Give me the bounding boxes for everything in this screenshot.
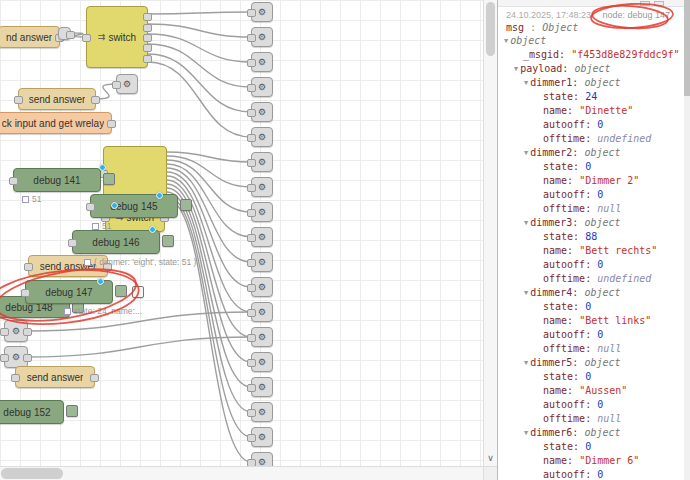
link-node[interactable]: ⚙	[251, 427, 273, 447]
input-port[interactable]	[247, 234, 256, 242]
input-port[interactable]	[247, 259, 256, 267]
input-port[interactable]	[247, 159, 256, 167]
input-port[interactable]	[247, 284, 256, 292]
message-summary[interactable]: msg : Object	[498, 20, 684, 33]
sidebar-scrollbar-thumb[interactable]	[684, 0, 690, 96]
link-node[interactable]: ⚙	[251, 2, 273, 22]
output-port[interactable]	[23, 328, 32, 336]
output-port[interactable]	[143, 44, 152, 52]
link-node[interactable]: ⚙	[251, 52, 273, 72]
node-switch-top[interactable]: ⇉switch	[86, 6, 148, 68]
link-node[interactable]: ⚙	[251, 327, 273, 347]
link-node[interactable]: ⚙	[251, 102, 273, 122]
node-send-answer-1[interactable]: send answer	[18, 88, 96, 110]
node-send-answer-3[interactable]: send answer	[15, 366, 95, 388]
node-link-mid[interactable]: ⚙	[116, 74, 138, 94]
link-node[interactable]: ⚙	[251, 352, 273, 372]
input-port[interactable]	[247, 109, 256, 117]
link-node[interactable]: ⚙	[251, 277, 273, 297]
input-port[interactable]	[112, 81, 121, 89]
output-port[interactable]	[91, 96, 100, 104]
input-port[interactable]	[247, 334, 256, 342]
link-node[interactable]: ⚙	[251, 202, 273, 222]
node-func-wrelay[interactable]: ck input and get wrelay	[0, 112, 112, 134]
input-port[interactable]	[247, 434, 256, 442]
node-debug-145[interactable]: debug 145	[90, 194, 178, 218]
link-node[interactable]: ⚙	[251, 127, 273, 147]
input-port[interactable]	[0, 354, 9, 362]
node-link-left-2[interactable]: ⚙	[4, 346, 28, 368]
link-node[interactable]: ⚙	[251, 177, 273, 197]
input-port[interactable]	[247, 459, 256, 466]
link-node[interactable]: ⚙	[251, 227, 273, 247]
link-node[interactable]: ⚙	[251, 302, 273, 322]
input-port[interactable]	[14, 96, 23, 104]
output-port[interactable]	[143, 13, 152, 21]
link-node[interactable]: ⚙	[251, 152, 273, 172]
flow-canvas[interactable]: nd answer⇉switchsend answerck input and …	[0, 0, 483, 466]
output-port[interactable]	[143, 34, 152, 42]
debug-toggle-button[interactable]	[180, 199, 192, 211]
vertical-scrollbar[interactable]: ∨	[483, 0, 497, 466]
sidebar-toolbar-button[interactable]	[640, 1, 650, 6]
input-port[interactable]	[247, 134, 256, 142]
tree-caret-icon[interactable]: ▼	[524, 356, 528, 370]
input-port[interactable]	[247, 34, 256, 42]
scroll-down-button[interactable]: ∨	[484, 452, 497, 466]
node-answer-partial[interactable]: nd answer	[0, 26, 60, 48]
input-port[interactable]	[24, 263, 33, 271]
input-port[interactable]	[82, 34, 91, 42]
tree-caret-icon[interactable]: ▼	[524, 146, 528, 160]
input-port[interactable]	[0, 328, 9, 336]
link-node[interactable]: ⚙	[251, 77, 273, 97]
input-port[interactable]	[247, 309, 256, 317]
horizontal-scrollbar[interactable]	[0, 466, 483, 480]
output-port[interactable]	[143, 55, 152, 63]
node-debug-152[interactable]: debug 152	[0, 400, 64, 424]
tree-caret-icon[interactable]: ▼	[524, 76, 528, 90]
input-port[interactable]	[247, 9, 256, 17]
link-node[interactable]: ⚙	[251, 252, 273, 272]
link-node[interactable]: ⚙	[251, 452, 273, 466]
debug-message: 24.10.2025, 17:48:23 node: debug 147 msg…	[498, 7, 684, 480]
input-port[interactable]	[86, 203, 95, 211]
output-port[interactable]	[107, 120, 116, 128]
link-node[interactable]: ⚙	[251, 402, 273, 422]
tree-caret-icon[interactable]: ▼	[524, 216, 528, 230]
debug-source-node[interactable]: node: debug 147	[602, 10, 670, 20]
horizontal-scrollbar-thumb[interactable]	[1, 468, 63, 479]
link-node[interactable]: ⚙	[251, 27, 273, 47]
input-port[interactable]	[9, 177, 18, 185]
input-port[interactable]	[247, 184, 256, 192]
input-port[interactable]	[68, 239, 77, 247]
output-port[interactable]	[23, 354, 32, 362]
debug-toggle-button[interactable]	[162, 235, 174, 247]
tree-caret-icon[interactable]: ▼	[524, 286, 528, 300]
node-debug-141[interactable]: debug 141	[13, 168, 101, 192]
input-port[interactable]	[21, 289, 30, 297]
input-port[interactable]	[247, 84, 256, 92]
input-port[interactable]	[11, 374, 20, 382]
node-junction[interactable]	[58, 27, 71, 40]
input-port[interactable]	[247, 59, 256, 67]
node-debug-146[interactable]: debug 146	[72, 230, 160, 254]
debug-toggle-button[interactable]	[103, 173, 115, 185]
input-port[interactable]	[247, 359, 256, 367]
tree-caret-icon[interactable]: ▼	[504, 34, 508, 48]
tree-caret-icon[interactable]: ▼	[514, 62, 518, 76]
output-port[interactable]	[66, 31, 75, 39]
node-link-left-1[interactable]: ⚙	[4, 320, 28, 342]
output-port[interactable]	[90, 374, 99, 382]
input-port[interactable]	[247, 384, 256, 392]
gear-icon: ⚙	[258, 158, 266, 167]
debug-toggle-button[interactable]	[66, 405, 78, 417]
input-port[interactable]	[247, 409, 256, 417]
vertical-scrollbar-thumb[interactable]	[486, 2, 495, 56]
debug-toggle-button[interactable]	[115, 285, 127, 297]
input-port[interactable]	[247, 209, 256, 217]
debug-extra-button[interactable]	[132, 286, 144, 298]
sidebar-toolbar-button[interactable]	[654, 1, 664, 6]
output-port[interactable]	[143, 24, 152, 32]
tree-caret-icon[interactable]: ▼	[524, 426, 528, 440]
link-node[interactable]: ⚙	[251, 377, 273, 397]
